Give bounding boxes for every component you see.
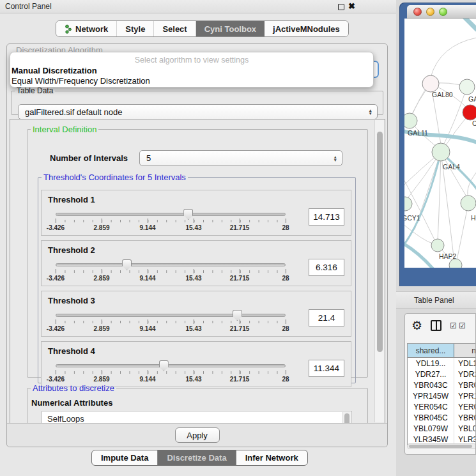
- tab-network[interactable]: Network: [56, 21, 117, 36]
- cell-name[interactable]: YBR0: [454, 412, 476, 423]
- settings-scrollbar[interactable]: [374, 120, 384, 422]
- threshold-slider[interactable]: -3.4262.8599.14415.4321.71528: [56, 208, 286, 234]
- network-node[interactable]: [463, 105, 476, 120]
- tab-select[interactable]: Select: [154, 21, 196, 36]
- cell-shared-name[interactable]: YDR27...: [408, 369, 454, 380]
- table-row[interactable]: YDL19...YDL1: [408, 358, 476, 369]
- checkbox-icon[interactable]: ☑: [450, 321, 457, 330]
- major-tick: [194, 269, 194, 273]
- attribute-item[interactable]: SelfLoops: [47, 413, 351, 424]
- slider-track[interactable]: [56, 314, 286, 317]
- table-row[interactable]: YBL079WYBL0: [408, 423, 476, 434]
- cell-shared-name[interactable]: YBR045C: [408, 412, 454, 423]
- network-node[interactable]: [449, 259, 462, 268]
- cell-shared-name[interactable]: YPR145W: [408, 390, 454, 401]
- threshold-value-field[interactable]: 21.4: [309, 309, 344, 326]
- network-node[interactable]: [404, 197, 412, 211]
- cell-name[interactable]: YDR2: [454, 369, 476, 380]
- column-header-shared[interactable]: shared...: [408, 344, 454, 357]
- cell-name[interactable]: YER0: [454, 401, 476, 412]
- tick-label: 2.859: [93, 376, 109, 383]
- major-tick: [148, 370, 148, 374]
- slider-handle[interactable]: [122, 259, 132, 270]
- network-node[interactable]: [431, 239, 444, 252]
- apply-button[interactable]: Apply: [175, 427, 220, 443]
- slider-handle[interactable]: [159, 360, 169, 371]
- cell-name[interactable]: YBR0: [454, 380, 476, 390]
- cell-name[interactable]: YBL0: [454, 423, 476, 434]
- slider-handle[interactable]: [233, 310, 242, 321]
- numerical-attributes-list[interactable]: SelfLoopsTopologicalCoefficientBetweenne…: [42, 411, 352, 424]
- checkbox-icon[interactable]: ☑: [459, 321, 466, 330]
- cell-shared-name[interactable]: YER054C: [408, 401, 454, 412]
- minimize-traffic-light-icon[interactable]: [426, 8, 434, 16]
- number-of-intervals-value: 5: [146, 153, 151, 163]
- cell-shared-name[interactable]: YBL079W: [408, 423, 454, 434]
- network-edge[interactable]: [457, 203, 468, 260]
- apply-row: Apply: [7, 423, 387, 447]
- threshold-slider[interactable]: -3.4262.8599.14415.4321.71528: [56, 259, 286, 284]
- table-data-combo[interactable]: galFiltered.sif default node ▲▼: [18, 104, 378, 119]
- table-row[interactable]: YBR045CYBR0: [408, 412, 476, 423]
- threshold-value-field[interactable]: 11.344: [309, 360, 344, 377]
- threshold-value-field[interactable]: 6.316: [309, 259, 344, 276]
- cell-shared-name[interactable]: YDL19...: [408, 358, 454, 369]
- tick-label: 15.43: [185, 224, 201, 231]
- threshold-label: Threshold 4: [48, 346, 95, 356]
- network-canvas[interactable]: GAL80GACGAL11GAL4GCY1HHAP2: [404, 19, 476, 268]
- table-row[interactable]: YER054CYER0: [408, 401, 476, 412]
- slider-handle[interactable]: [183, 209, 193, 220]
- table-hscrollbar[interactable]: [407, 443, 476, 449]
- network-node[interactable]: [432, 143, 450, 161]
- number-of-intervals-combo[interactable]: 5 ▲▼: [139, 150, 342, 166]
- cell-name[interactable]: YPR1: [454, 390, 476, 401]
- minor-ticks: [56, 220, 286, 222]
- threshold-slider[interactable]: -3.4262.8599.14415.4321.71528: [56, 360, 286, 385]
- network-node[interactable]: [422, 75, 439, 92]
- tick-label: 21.715: [230, 275, 250, 282]
- top-tabbar: NetworkStyleSelectCyni ToolboxjActiveMNo…: [56, 20, 349, 37]
- threshold-slider[interactable]: -3.4262.8599.14415.4321.71528: [56, 309, 286, 335]
- tab-style[interactable]: Style: [117, 21, 154, 36]
- cell-name[interactable]: YDL1: [454, 358, 476, 369]
- column-header-name[interactable]: n: [454, 344, 476, 357]
- network-edge[interactable]: [431, 38, 476, 77]
- interval-definition-label: Interval Definition: [31, 125, 98, 134]
- network-node[interactable]: [461, 196, 476, 211]
- tab-cyni-toolbox[interactable]: Cyni Toolbox: [196, 21, 265, 36]
- list-scrollbar[interactable]: [342, 412, 351, 424]
- table-row[interactable]: YPR145WYPR1: [408, 390, 476, 401]
- table-panel-title: Table Panel: [414, 296, 454, 305]
- columns-icon[interactable]: [431, 320, 441, 331]
- slider-track[interactable]: [56, 263, 286, 266]
- slider-track[interactable]: [56, 364, 286, 367]
- tab-jactivemnodules[interactable]: jActiveMNodules: [265, 21, 348, 36]
- panel-title: Control Panel: [5, 2, 52, 11]
- network-node[interactable]: [459, 79, 475, 95]
- stepper-icon: ▲▼: [334, 155, 337, 162]
- node-table[interactable]: shared... n YDL19...YDL1YDR27...YDR2YBR0…: [407, 343, 476, 445]
- table-row[interactable]: YBR043CYBR0: [408, 380, 476, 390]
- network-edge-highlighted[interactable]: [464, 19, 476, 30]
- tick-label: 9.144: [139, 325, 155, 332]
- float-window-icon[interactable]: [338, 4, 344, 10]
- dropdown-option-manual[interactable]: Manual Discretization: [12, 66, 97, 75]
- close-icon[interactable]: ✖: [348, 1, 355, 11]
- tick-label: -3.426: [47, 275, 65, 282]
- network-edge-highlighted[interactable]: [404, 243, 433, 268]
- table-row[interactable]: YDR27...YDR2: [408, 369, 476, 380]
- bottom-tab-infer-network[interactable]: Infer Network: [236, 450, 307, 465]
- major-tick: [286, 319, 286, 324]
- dropdown-option-equal-width[interactable]: Equal Width/Frequency Discretization: [12, 76, 150, 86]
- bottom-tab-impute-data[interactable]: Impute Data: [92, 450, 158, 465]
- gear-icon[interactable]: ⚙: [411, 318, 422, 333]
- major-tick: [240, 219, 240, 223]
- thresholds-group: Threshold's Coordinates for 5 Intervals …: [38, 173, 356, 383]
- cell-shared-name[interactable]: YBR043C: [408, 380, 454, 390]
- close-traffic-light-icon[interactable]: [413, 8, 422, 16]
- network-node[interactable]: [404, 113, 417, 128]
- zoom-traffic-light-icon[interactable]: [439, 8, 447, 16]
- slider-track[interactable]: [56, 213, 286, 216]
- bottom-tab-discretize-data[interactable]: Discretize Data: [158, 450, 236, 465]
- threshold-value-field[interactable]: 14.713: [309, 208, 344, 226]
